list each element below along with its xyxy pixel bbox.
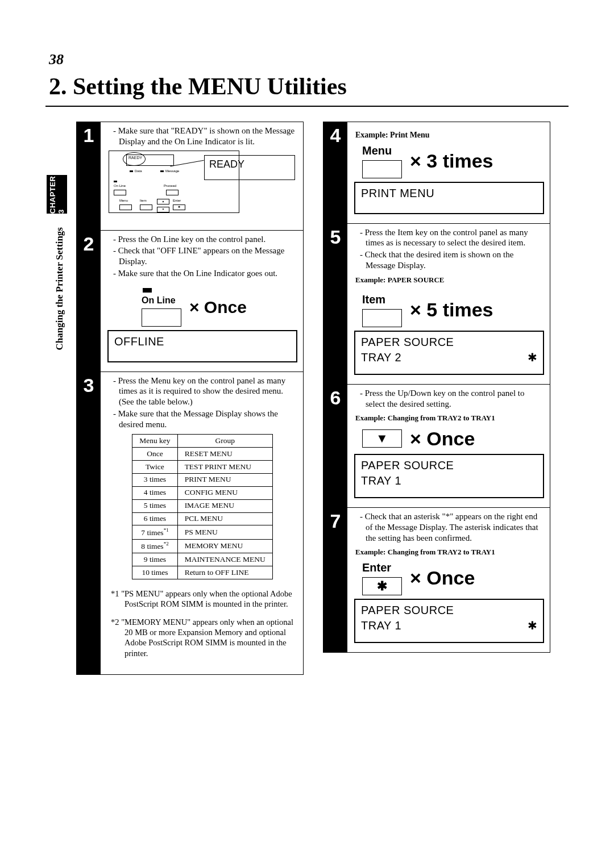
page-number: 38 — [49, 51, 569, 68]
step-text: Check that an asterisk "*" appears on th… — [360, 511, 544, 543]
table-cell: PRINT MENU — [177, 473, 272, 486]
table-cell: PS MENU — [177, 525, 272, 539]
step-4: 4 Example: Print Menu Menu × 3 times PRI… — [323, 122, 550, 224]
step-3: 3 Press the Menu key on the control pane… — [76, 372, 304, 675]
footnotes: *1 "PS MENU" appears only when the optio… — [107, 583, 297, 669]
table-cell: 7 times*1 — [132, 525, 177, 539]
step-text: Make sure that the Message Display shows… — [113, 408, 297, 430]
chapter-tab: CHAPTER 3 — [47, 175, 67, 214]
step-1: 1 Make sure that "READY" is shown on the… — [76, 122, 304, 231]
lcd-line2: TRAY 1 — [361, 474, 401, 488]
table-cell: 8 times*2 — [132, 539, 177, 553]
table-cell: MAINTENANCE MENU — [177, 553, 272, 566]
step-text: Press the Item key on the control panel … — [360, 227, 544, 249]
step-text: Press the Menu key on the control panel … — [113, 375, 297, 407]
table-cell: Return to OFF LINE — [177, 566, 272, 579]
lcd-line1: PAPER SOURCE — [361, 458, 537, 473]
example-label: Example: Print Menu — [355, 130, 544, 140]
example-label: Example: Changing from TRAY2 to TRAY1 — [355, 414, 544, 423]
chapter-tab-label: CHAPTER 3 — [48, 175, 65, 214]
two-columns: 1 Make sure that "READY" is shown on the… — [45, 122, 569, 675]
step-body: Press the Item key on the control panel … — [347, 224, 550, 384]
example-label: Example: Changing from TRAY2 to TRAY1 — [355, 548, 544, 557]
title-rule — [45, 106, 569, 107]
step-body: Press the Menu key on the control panel … — [101, 372, 303, 674]
example-value: PAPER SOURCE — [388, 276, 445, 284]
table-cell: CONFIG MENU — [177, 486, 272, 499]
key-label: Menu — [362, 144, 392, 158]
key-button-icon — [362, 309, 402, 327]
key-label: Enter — [362, 561, 391, 575]
down-arrow-key-icon: ▼ — [362, 429, 402, 448]
example-label: Example: PAPER SOURCE — [355, 276, 544, 285]
footnote-text: "PS MENU" appears only when the optional… — [121, 589, 292, 608]
step-number: 7 — [323, 508, 347, 652]
step-7: 7 Check that an asterisk "*" appears on … — [323, 508, 550, 653]
key-button-icon — [142, 308, 181, 327]
enter-key-icon: ✱ — [362, 577, 402, 595]
step-number: 2 — [77, 231, 101, 372]
step-text: Press the On Line key on the control pan… — [113, 234, 297, 245]
footnote-mark: *1 — [111, 589, 119, 598]
press-times: × Once — [410, 427, 475, 451]
table-cell: 5 times — [132, 499, 177, 512]
step-text: Make sure that the On Line Indicator goe… — [113, 268, 297, 279]
online-key-graphic: On Line — [142, 288, 181, 327]
led-icon — [143, 288, 152, 293]
step-text: Make sure that "READY" is shown on the M… — [113, 126, 297, 147]
step-body: Press the On Line key on the control pan… — [101, 231, 303, 372]
step-5: 5 Press the Item key on the control pane… — [323, 224, 550, 385]
step-text: Check that "OFF LINE" appears on the Mes… — [113, 245, 297, 267]
lcd-line2: TRAY 2 — [361, 350, 401, 365]
step-body: Make sure that "READY" is shown on the M… — [101, 122, 303, 230]
key-label: Item — [362, 293, 385, 307]
table-cell: 10 times — [132, 566, 177, 579]
right-column: 4 Example: Print Menu Menu × 3 times PRI… — [323, 122, 550, 675]
lcd-display: PAPER SOURCE TRAY 2 ✱ — [354, 331, 544, 375]
table-cell: 3 times — [132, 473, 177, 486]
key-button-icon — [362, 160, 402, 178]
table-cell: RESET MENU — [177, 448, 272, 461]
step-text: Check that the desired item is shown on … — [360, 249, 544, 271]
key-label: On Line — [142, 295, 176, 306]
item-key-graphic: Item — [362, 293, 402, 327]
lcd-display: PAPER SOURCE TRAY 1 ✱ — [354, 599, 544, 643]
table-cell: MEMORY MENU — [177, 539, 272, 553]
step-text: Press the Up/Down key on the control pan… — [360, 388, 544, 410]
press-times: × 3 times — [410, 149, 493, 173]
table-cell: 4 times — [132, 486, 177, 499]
lcd-line1: PRINT MENU — [361, 187, 434, 199]
table-cell: Twice — [132, 461, 177, 474]
menu-key-table: Menu key Group OnceRESET MENU TwiceTEST … — [132, 434, 273, 579]
table-header: Menu key — [132, 435, 177, 448]
lcd-display: OFFLINE — [107, 330, 297, 362]
step-6: 6 Press the Up/Down key on the control p… — [323, 385, 550, 508]
asterisk-icon: ✱ — [528, 350, 538, 365]
table-cell: Once — [132, 448, 177, 461]
lcd-display: PRINT MENU — [354, 182, 544, 214]
press-times: × Once — [410, 566, 475, 590]
lcd-line1: PAPER SOURCE — [361, 335, 537, 349]
step-body: Check that an asterisk "*" appears on th… — [347, 508, 550, 652]
step-number: 3 — [77, 372, 101, 674]
menu-key-graphic: Menu — [362, 144, 402, 178]
lcd-line2: TRAY 1 — [361, 619, 401, 633]
lcd-display: PAPER SOURCE TRAY 1 — [354, 454, 544, 498]
footnote-text: "MEMORY MENU" appears only when an optio… — [121, 617, 293, 657]
enter-key-graphic: Enter ✱ — [362, 561, 402, 595]
step-number: 6 — [323, 385, 347, 507]
step-2: 2 Press the On Line key on the control p… — [76, 231, 304, 372]
footnote-mark: *2 — [111, 617, 119, 627]
step-number: 5 — [323, 224, 347, 384]
step-number: 1 — [77, 122, 101, 230]
step-number: 4 — [323, 122, 347, 223]
chapter-title: 2. Setting the MENU Utilities — [49, 73, 569, 100]
table-cell: IMAGE MENU — [177, 499, 272, 512]
table-cell: 9 times — [132, 553, 177, 566]
asterisk-icon: ✱ — [528, 619, 538, 633]
page: 38 2. Setting the MENU Utilities CHAPTER… — [0, 0, 614, 868]
table-cell: TEST PRINT MENU — [177, 461, 272, 474]
step-body: Press the Up/Down key on the control pan… — [347, 385, 550, 507]
callout-lcd: READY — [204, 155, 295, 181]
lcd-line1: PAPER SOURCE — [361, 603, 537, 617]
